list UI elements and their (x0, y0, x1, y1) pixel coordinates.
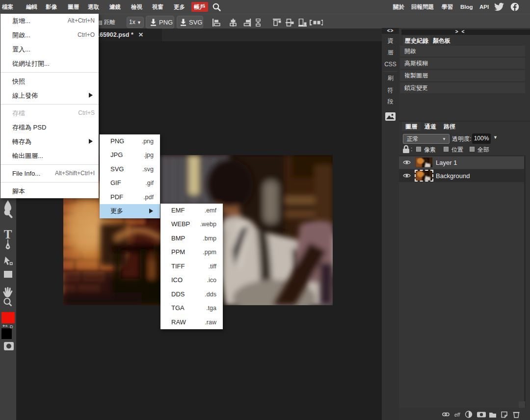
svg-text:T: T (4, 228, 12, 241)
svg-text:eff: eff (454, 412, 460, 418)
